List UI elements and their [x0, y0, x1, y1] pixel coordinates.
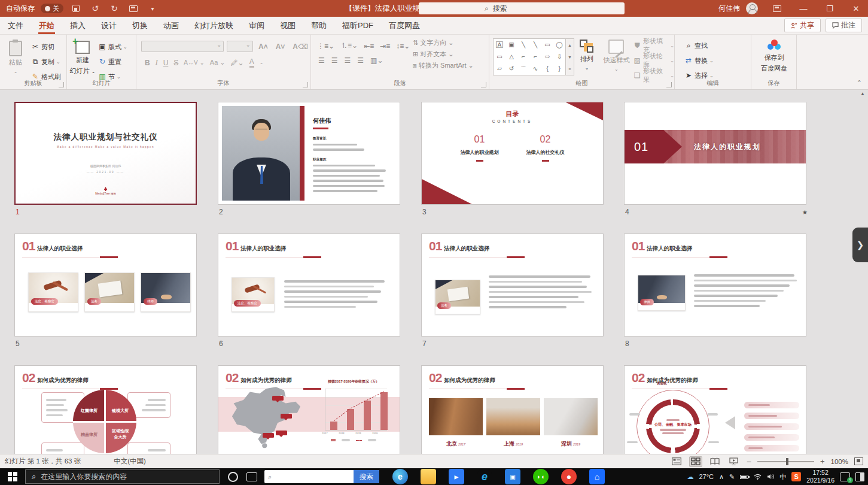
slide-thumbnail-2[interactable]: 何佳伟 教育背景: 职业履历: [218, 102, 400, 205]
font-dialog-launcher[interactable] [303, 82, 308, 87]
font-color-button[interactable]: A [249, 57, 254, 68]
slide-thumbnail-9[interactable]: 02如何成为优秀的律师 红圈律所 规模大所 精品律所 区域性综合大所 [14, 365, 197, 454]
save-to-baidu-button[interactable]: 保存到 百度网盘 [751, 35, 797, 73]
slideshow-view-button[interactable] [727, 456, 741, 467]
search-box[interactable]: ⌕ 搜索 [419, 2, 625, 14]
quick-styles-button[interactable]: 快速样式⌄ [599, 35, 633, 81]
redo-button[interactable]: ↻ [108, 2, 121, 14]
slide-thumbnail-11[interactable]: 02如何成为优秀的律师 北京2017 上海2019 深圳2019 [421, 365, 604, 454]
paragraph-dialog-launcher[interactable] [481, 82, 486, 87]
change-case-button[interactable]: Aa ⌄ [210, 59, 226, 66]
slide-thumbnail-6[interactable]: 01法律人的职业选择 法官、检察官 [218, 234, 400, 337]
tab-animations[interactable]: 动画 [156, 17, 187, 35]
new-slide-button[interactable]: 新建 幻灯片 ⌄ [67, 36, 98, 83]
slide-thumbnail-12[interactable]: 02如何成为优秀的律师 资金线 公司、金融、资本市场 [624, 365, 806, 454]
shape-fill-button[interactable]: ⛊形状填充⌄ [634, 40, 674, 51]
text-direction-button[interactable]: ⇅ 文字方向 ⌄ [413, 38, 474, 47]
underline-button[interactable]: U [163, 59, 169, 67]
taskbar-search-box[interactable]: ⌕ 在这里输入你要搜索的内容 [25, 469, 220, 484]
slide-counter[interactable]: 幻灯片 第 1 张，共 63 张 [5, 457, 81, 466]
zoom-slider[interactable] [757, 461, 814, 462]
increase-indent-button[interactable]: ⇥≡ [380, 42, 390, 50]
clipboard-dialog-launcher[interactable] [59, 82, 64, 87]
reset-button[interactable]: ↻重置 [98, 56, 127, 68]
slideshow-from-start-button[interactable] [127, 2, 140, 14]
justify-button[interactable]: ☰ [357, 56, 364, 65]
close-button[interactable]: ✕ [844, 0, 868, 17]
shapes-gallery[interactable]: 🄰▣╲╲▭◯ ▭△⌐⌐⇨⇩ ▱↺⌒∿{} [493, 38, 566, 75]
highlight-color-button[interactable]: 🖉⌄ [231, 59, 244, 67]
slide-thumbnail-5[interactable]: 01法律人的职业选择 法官、检察官 法务 律师 [14, 234, 197, 337]
align-center-button[interactable]: ☰ [331, 56, 338, 65]
comments-button[interactable]: 批注 [826, 19, 862, 32]
align-text-button[interactable]: ⊞ 对齐文本 ⌄ [413, 50, 474, 59]
bullets-button[interactable]: ⋮≡⌄ [317, 42, 334, 50]
tab-foxit-pdf[interactable]: 福昕PDF [334, 17, 381, 35]
slide-thumbnail-8[interactable]: 01法律人的职业选择 律师 [624, 234, 806, 337]
align-left-button[interactable]: ☰ [318, 56, 325, 65]
line-spacing-button[interactable]: ↕≡⌄ [396, 42, 410, 50]
replace-button[interactable]: ⇄替换⌄ [684, 54, 751, 66]
font-size-combo[interactable] [227, 41, 253, 52]
ribbon-display-options-button[interactable] [765, 0, 789, 17]
feishu-icon[interactable]: ▸ [449, 469, 464, 484]
tab-design[interactable]: 设计 [93, 17, 124, 35]
autosave-toggle[interactable]: 关 [41, 4, 63, 13]
zoom-level[interactable]: 100% [831, 458, 848, 465]
zoom-in-button[interactable]: + [820, 457, 825, 466]
start-button[interactable] [0, 468, 25, 485]
convert-smartart-button[interactable]: ⧈ 转换为 SmartArt ⌄ [413, 61, 474, 70]
reading-view-button[interactable] [708, 456, 721, 467]
web-search-button[interactable]: 搜索 [354, 470, 379, 483]
tab-slideshow[interactable]: 幻灯片放映 [187, 17, 241, 35]
slide-thumbnail-10[interactable]: 02如何成为优秀的律师 植德2017-2020年创收情况（万） [218, 365, 400, 454]
temperature[interactable]: 27°C [699, 473, 714, 480]
sogou-icon[interactable]: S [791, 472, 801, 481]
lanhu-icon[interactable]: ⌂ [589, 469, 605, 484]
slide-sorter-view-button[interactable] [689, 456, 702, 467]
tab-insert[interactable]: 插入 [62, 17, 93, 35]
next-page-flap[interactable]: ❯ [852, 228, 868, 262]
paste-button[interactable]: 粘贴⌄ [0, 36, 31, 83]
increase-font-button[interactable]: A˄ [256, 43, 270, 51]
font-name-combo[interactable] [141, 41, 224, 52]
normal-view-button[interactable] [670, 456, 683, 467]
remote-meeting-app-icon[interactable]: ▣ [505, 469, 520, 484]
edge-icon[interactable]: e [392, 469, 408, 484]
share-button[interactable]: 共享 [784, 19, 821, 32]
internet-explorer-icon[interactable]: e [477, 469, 492, 484]
decrease-indent-button[interactable]: ⇤≡ [364, 42, 374, 50]
quick-access-toolbar-dropdown[interactable]: ▾ [146, 2, 159, 14]
layout-button[interactable]: ▣版式⌄ [98, 41, 127, 53]
tab-transitions[interactable]: 切换 [124, 17, 156, 35]
tab-help[interactable]: 帮助 [303, 17, 334, 35]
pen-icon[interactable]: ✎ [729, 473, 735, 481]
cut-button[interactable]: ✂剪切 [31, 41, 61, 53]
wifi-icon[interactable] [754, 474, 762, 480]
zoom-out-button[interactable]: − [747, 457, 751, 466]
columns-button[interactable]: ▥⌄ [370, 56, 383, 65]
shapes-gallery-scroll[interactable]: ▲▼≡ [566, 38, 574, 75]
slide-thumbnail-7[interactable]: 01法律人的职业选择 法务 [421, 234, 604, 337]
speaker-icon[interactable] [767, 474, 774, 480]
tab-review[interactable]: 审阅 [241, 17, 272, 35]
zoom-slider-handle[interactable] [786, 458, 788, 465]
minimize-button[interactable]: — [791, 0, 815, 17]
undo-button[interactable]: ↺ [89, 2, 102, 14]
hotspot-app-icon[interactable]: ● [561, 469, 577, 484]
clock[interactable]: 17:52 2021/9/16 [806, 469, 835, 484]
tab-home[interactable]: 开始 [31, 17, 62, 35]
slide-thumbnail-1[interactable]: 法律人职业规划与社交礼仪 Make a difference Make a va… [14, 102, 197, 205]
wechat-icon[interactable]: ◗◖ [533, 469, 549, 484]
tab-view[interactable]: 视图 [272, 17, 303, 35]
align-right-button[interactable]: ☰ [345, 56, 351, 65]
ime-indicator[interactable]: 中 [779, 472, 786, 481]
strikethrough-button[interactable]: S [173, 59, 178, 67]
save-button[interactable] [69, 2, 83, 14]
slide-thumbnail-3[interactable]: 目录 CONTENTS 01 法律人的职业规划 02 法律人的社交礼仪 [421, 102, 604, 205]
web-search-widget[interactable]: ⌕ 搜索 [264, 470, 379, 483]
copy-button[interactable]: ⧉复制⌄ [31, 56, 61, 68]
weather-icon[interactable]: ☁ [687, 473, 693, 481]
character-spacing-button[interactable]: A↔V ⌄ [184, 59, 205, 66]
find-button[interactable]: ⌕查找 [684, 40, 751, 51]
